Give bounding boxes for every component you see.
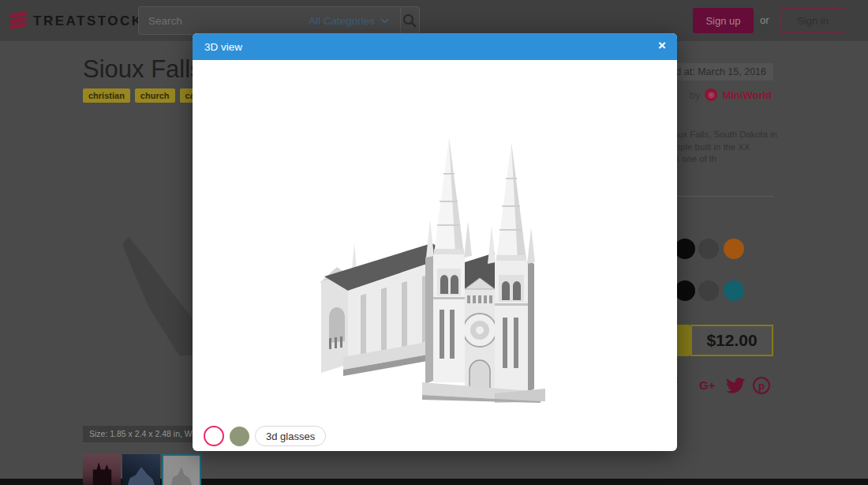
thumbnail-image xyxy=(127,467,155,485)
material-swatch-gray[interactable] xyxy=(698,239,719,259)
material-swatch-teal[interactable] xyxy=(724,280,744,301)
product-image-shadow xyxy=(122,237,197,355)
search-bar: All Categories xyxy=(138,6,420,35)
thumbnail-photo-1[interactable] xyxy=(83,454,121,485)
search-button[interactable] xyxy=(400,7,419,34)
google-plus-share-icon[interactable]: G+ xyxy=(699,378,715,392)
twitter-share-icon[interactable] xyxy=(726,378,745,393)
cathedral-3d-render[interactable] xyxy=(315,126,559,403)
tag-church[interactable]: church xyxy=(135,88,175,103)
product-description: oux Falls, South Dakota in mple built in… xyxy=(673,129,777,166)
or-label: or xyxy=(760,14,769,26)
material-swatch-black-2[interactable] xyxy=(675,280,695,301)
sign-in-button[interactable]: Sign in xyxy=(780,8,846,33)
modal-header: 3D view × xyxy=(193,33,677,60)
material-swatch-orange[interactable] xyxy=(724,239,744,259)
author-link[interactable]: MiniWorld xyxy=(722,89,772,101)
tag-christian[interactable]: christian xyxy=(83,88,130,103)
3d-view-modal: 3D view × xyxy=(193,33,677,451)
sign-up-button[interactable]: Sign up xyxy=(693,8,754,33)
3d-glasses-button[interactable]: 3d glasses xyxy=(255,426,326,446)
color-option-outline[interactable] xyxy=(204,426,224,446)
brand-wordmark[interactable]: TREATSTOCK xyxy=(33,13,144,29)
thumbnail-image xyxy=(170,467,193,485)
description-line: oux Falls, South Dakota in xyxy=(673,129,777,141)
price-box: $12.00 xyxy=(690,325,773,356)
description-line: is one of th xyxy=(673,153,777,166)
section-divider xyxy=(677,196,773,197)
modal-title: 3D view xyxy=(193,41,242,53)
chevron-down-icon xyxy=(380,18,389,24)
category-dropdown-label: All Categories xyxy=(309,15,375,27)
treatstock-logo-icon[interactable] xyxy=(6,9,30,32)
category-dropdown[interactable]: All Categories xyxy=(297,7,400,34)
search-input[interactable] xyxy=(139,7,297,34)
price-value: $12.00 xyxy=(706,331,757,350)
thumbnail-render-selected[interactable] xyxy=(162,454,201,485)
pinterest-glyph: p xyxy=(758,381,765,391)
description-line: mple built in the XX xyxy=(673,141,777,154)
thumbnail-photo-2[interactable] xyxy=(122,454,160,485)
close-icon[interactable]: × xyxy=(658,39,666,52)
material-swatch-gray-2[interactable] xyxy=(698,280,719,301)
page-root: TREATSTOCK All Categories Sign up or Sig… xyxy=(0,0,868,485)
color-option-olive[interactable] xyxy=(230,427,249,446)
material-swatch-black[interactable] xyxy=(675,239,695,259)
author-row: by ◎ MiniWorld xyxy=(690,88,772,101)
pinterest-share-icon[interactable]: p xyxy=(753,377,770,394)
thumbnail-image xyxy=(89,462,114,485)
search-icon xyxy=(402,13,417,28)
by-label: by xyxy=(690,89,701,101)
author-avatar-icon: ◎ xyxy=(705,88,717,101)
